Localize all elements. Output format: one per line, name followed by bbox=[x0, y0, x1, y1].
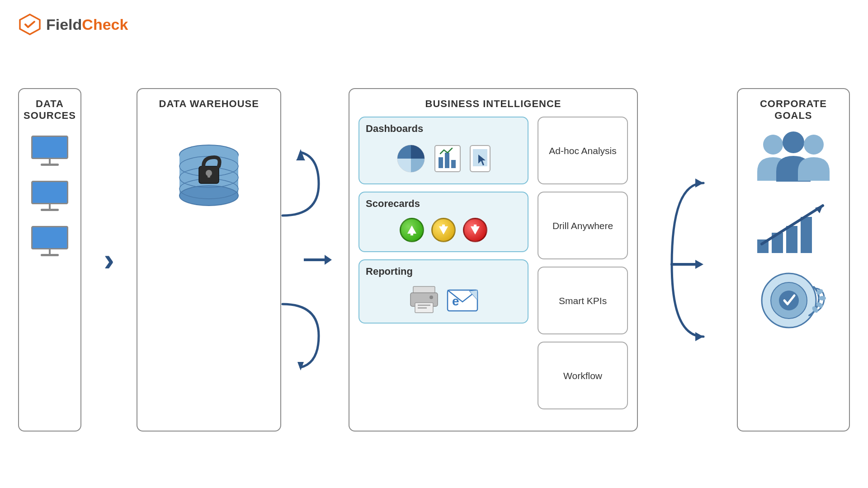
arrow-up-icon bbox=[406, 224, 418, 236]
svg-point-51 bbox=[779, 291, 799, 310]
smart-kpis-button: Smart KPIs bbox=[538, 267, 628, 334]
h-arrow-head bbox=[325, 255, 332, 265]
diagram: DATA SOURCES › DATA WAREHOUSE bbox=[9, 45, 859, 474]
svg-marker-21 bbox=[407, 225, 416, 234]
svg-text:e: e bbox=[452, 294, 459, 308]
data-sources-title: DATA SOURCES bbox=[24, 98, 76, 122]
svg-point-42 bbox=[804, 135, 824, 155]
svg-rect-24 bbox=[442, 225, 445, 228]
svg-point-40 bbox=[763, 135, 783, 155]
bi-content: Dashboards bbox=[359, 117, 628, 409]
right-arrows-container bbox=[660, 88, 715, 432]
svg-point-53 bbox=[819, 296, 826, 300]
bar-chart-icon bbox=[434, 145, 461, 173]
mobile-icon bbox=[468, 145, 492, 173]
database-icon bbox=[173, 128, 245, 214]
target-icon bbox=[748, 267, 839, 330]
corporate-goals-title: CORPORATE GOALS bbox=[742, 98, 844, 122]
scorecards-icons bbox=[366, 214, 521, 246]
logo-check-text: Check bbox=[82, 16, 128, 33]
curved-arrow-down bbox=[278, 300, 323, 372]
monitor-1 bbox=[29, 136, 70, 167]
svg-rect-46 bbox=[801, 217, 812, 253]
dashboards-card: Dashboards bbox=[359, 117, 528, 184]
arrow-sources-to-warehouse: › bbox=[104, 244, 114, 276]
people-icon bbox=[748, 131, 839, 190]
bi-left-column: Dashboards bbox=[359, 117, 528, 409]
reporting-icons: e bbox=[366, 282, 521, 317]
dashboards-title: Dashboards bbox=[366, 123, 521, 135]
monitor-screen-3 bbox=[31, 226, 68, 249]
svg-rect-15 bbox=[439, 157, 443, 168]
drill-anywhere-button: Drill Anywhere bbox=[538, 192, 628, 259]
dashboards-icons bbox=[366, 139, 521, 178]
svg-point-32 bbox=[429, 296, 433, 299]
svg-marker-36 bbox=[695, 178, 703, 188]
monitor-stand-3 bbox=[49, 249, 51, 254]
scorecards-card: Scorecards bbox=[359, 192, 528, 252]
monitor-3 bbox=[29, 226, 70, 258]
corporate-goals-box: CORPORATE GOALS bbox=[737, 88, 850, 432]
svg-rect-17 bbox=[451, 160, 456, 168]
traffic-light-green bbox=[400, 218, 424, 242]
bi-title: BUSINESS INTELLIGENCE bbox=[425, 98, 561, 110]
svg-rect-16 bbox=[445, 153, 449, 168]
monitor-base-2 bbox=[41, 209, 59, 211]
logo-icon bbox=[18, 13, 42, 36]
data-warehouse-title: DATA WAREHOUSE bbox=[159, 98, 259, 110]
printer-icon bbox=[409, 286, 439, 314]
svg-rect-9 bbox=[208, 173, 210, 178]
monitor-base-3 bbox=[41, 254, 59, 256]
svg-rect-31 bbox=[418, 307, 427, 309]
adhoc-analysis-button: Ad-hoc Analysis bbox=[538, 117, 628, 184]
monitor-2 bbox=[29, 181, 70, 212]
monitor-screen-1 bbox=[31, 136, 68, 159]
logo: FieldCheck bbox=[18, 13, 128, 36]
svg-rect-26 bbox=[474, 225, 476, 228]
reporting-title: Reporting bbox=[366, 266, 521, 277]
right-curved-arrows bbox=[663, 147, 712, 373]
email-icon: e bbox=[447, 286, 478, 313]
business-intelligence-box: BUSINESS INTELLIGENCE Dashboards bbox=[349, 88, 638, 432]
logo-field-text: Field bbox=[46, 16, 82, 33]
svg-marker-37 bbox=[695, 332, 703, 341]
traffic-light-yellow bbox=[431, 218, 456, 242]
monitor-stand-2 bbox=[49, 204, 51, 209]
data-sources-box: DATA SOURCES bbox=[18, 88, 81, 432]
monitor-stand-1 bbox=[49, 159, 51, 164]
curved-arrow-up bbox=[278, 148, 323, 220]
svg-rect-45 bbox=[786, 226, 797, 253]
scorecards-title: Scorecards bbox=[366, 198, 521, 210]
svg-point-41 bbox=[783, 131, 804, 153]
svg-marker-39 bbox=[695, 260, 703, 269]
arrow-down-red-icon bbox=[469, 224, 481, 236]
monitor-base-1 bbox=[41, 164, 59, 166]
reporting-card: Reporting bbox=[359, 259, 528, 324]
workflow-button: Workflow bbox=[538, 342, 628, 409]
monitor-screen-2 bbox=[31, 181, 68, 204]
chevron-icon: › bbox=[104, 244, 114, 276]
growth-chart-icon bbox=[748, 199, 839, 258]
svg-rect-22 bbox=[410, 233, 413, 235]
arrow-warehouse-to-bi bbox=[304, 257, 326, 263]
arrow-down-icon bbox=[437, 224, 450, 236]
data-warehouse-box: DATA WAREHOUSE bbox=[137, 88, 281, 432]
pie-chart-icon bbox=[395, 143, 427, 174]
bi-right-column: Ad-hoc Analysis Drill Anywhere Smart KPI… bbox=[538, 117, 628, 409]
traffic-light-red bbox=[463, 218, 487, 242]
svg-rect-30 bbox=[418, 305, 430, 306]
h-arrow-line bbox=[304, 258, 326, 261]
